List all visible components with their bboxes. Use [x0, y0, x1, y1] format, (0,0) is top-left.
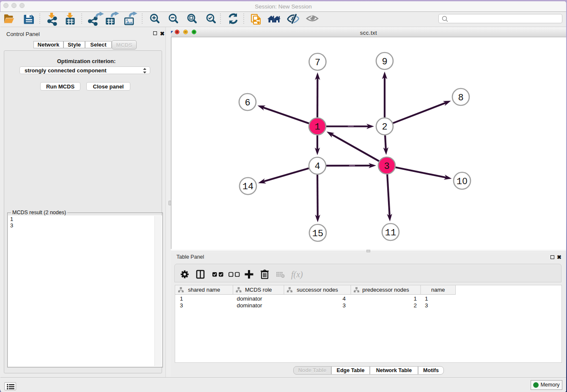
svg-text:dominator: dominator — [237, 295, 263, 302]
svg-text:1: 1 — [457, 177, 462, 187]
svg-text:1: 1 — [314, 122, 320, 133]
svg-text:3: 3 — [342, 302, 346, 309]
svg-text:1: 1 — [413, 295, 417, 302]
svg-text:successor nodes: successor nodes — [297, 287, 338, 293]
svg-text:3: 3 — [180, 302, 183, 309]
svg-text:2: 2 — [413, 302, 417, 309]
svg-text:0: 0 — [462, 176, 468, 186]
svg-text:6: 6 — [245, 98, 250, 108]
svg-text:4: 4 — [342, 295, 346, 302]
svg-text:2: 2 — [382, 122, 387, 133]
svg-text:1: 1 — [180, 295, 183, 302]
svg-text:MCDS role: MCDS role — [245, 287, 272, 293]
svg-text:3: 3 — [384, 161, 389, 172]
svg-text:1: 1 — [425, 295, 428, 302]
svg-text:dominator: dominator — [237, 302, 263, 309]
svg-text:7: 7 — [315, 58, 320, 68]
svg-text:3: 3 — [425, 302, 428, 309]
svg-text:11: 11 — [385, 228, 396, 238]
svg-text:predecessor nodes: predecessor nodes — [362, 287, 409, 293]
svg-text:name: name — [431, 287, 445, 293]
svg-text:15: 15 — [312, 229, 323, 239]
svg-text:9: 9 — [382, 57, 387, 67]
svg-text:shared name: shared name — [188, 287, 220, 293]
svg-text:4: 4 — [314, 161, 320, 172]
svg-text:8: 8 — [458, 93, 463, 103]
svg-text:14: 14 — [242, 182, 253, 192]
svg-text:f(x): f(x) — [291, 270, 303, 279]
